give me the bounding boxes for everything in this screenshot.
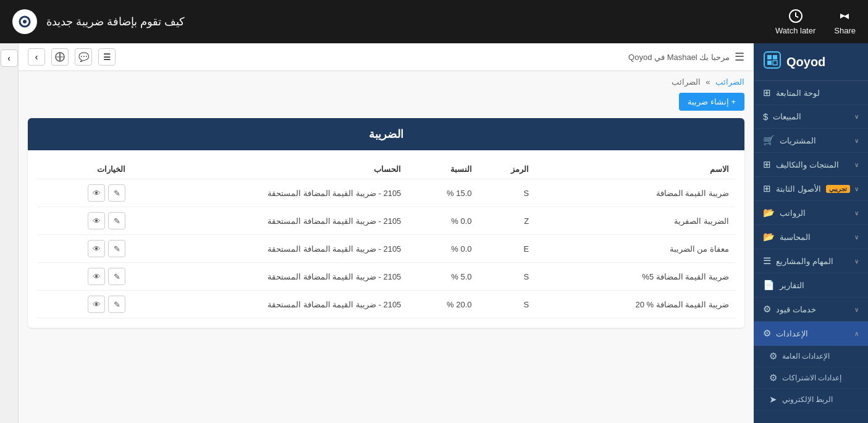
nav-label-payroll: الرواتب xyxy=(780,208,806,218)
cell-rate: 15.0 % xyxy=(407,179,478,207)
sidebar-item-purchases[interactable]: ∨ المشتريات 🛒 xyxy=(754,129,868,153)
breadcrumb-current: الضرائب xyxy=(672,77,701,87)
cell-calculation: 2105 - ضريبة القيمة المضافة المستحقة xyxy=(132,263,407,291)
view-btn-4[interactable]: 👁 xyxy=(88,296,105,313)
tax-table-card: الضريبة الاسم الرمز النسبة الحساب الخيار… xyxy=(28,118,744,328)
watch-later-button[interactable]: Watch later xyxy=(775,9,815,35)
view-btn-0[interactable]: 👁 xyxy=(88,184,105,202)
edit-btn-2[interactable]: ✎ xyxy=(108,240,125,257)
edit-btn-4[interactable]: ✎ xyxy=(108,296,125,313)
view-btn-1[interactable]: 👁 xyxy=(88,212,105,229)
cell-options: ✎ 👁 xyxy=(37,207,132,235)
chat-btn[interactable]: 💬 xyxy=(75,48,92,66)
electronic-link-icon: ➤ xyxy=(769,394,777,405)
svg-rect-6 xyxy=(767,55,772,59)
sidebar-sub-item-electronic-link[interactable]: الربط الإلكتروني ➤ xyxy=(754,389,868,411)
edit-btn-1[interactable]: ✎ xyxy=(108,212,125,229)
breadcrumb-home[interactable]: الضرائب xyxy=(715,77,744,87)
products-icon: ⊞ xyxy=(763,159,771,170)
breadcrumb: الضرائب » الضرائب xyxy=(28,77,744,87)
app-area: ‹ 💬 ☰ ☰ مرحبا بك Mashael في Qoyod xyxy=(19,43,754,423)
chevron-icon: ∨ xyxy=(854,161,859,168)
sidebar-item-fixed-assets[interactable]: ∨ تجريبي الأصول الثابتة ⊞ xyxy=(754,177,868,201)
cell-rate: 5.0 % xyxy=(407,263,478,291)
sidebar-sub-item-general-settings[interactable]: الإعدادات العامة ⚙ xyxy=(754,346,868,367)
hamburger-icon[interactable]: ☰ xyxy=(735,50,744,64)
cell-name: ضريبة القيمة المضافة % 20 xyxy=(535,291,735,318)
projects-icon: ☰ xyxy=(763,255,771,267)
breadcrumb-sep: » xyxy=(706,77,710,87)
chevron-icon: ∨ xyxy=(854,258,859,265)
list-btn[interactable]: ☰ xyxy=(98,48,116,66)
table-title: الضريبة xyxy=(28,118,744,150)
sidebar-item-qoyod-services[interactable]: ∨ خدمات قيود ⚙ xyxy=(754,297,868,322)
col-rate: النسبة xyxy=(407,160,478,179)
sidebar-item-sales[interactable]: ∨ المبيعات $ xyxy=(754,105,868,129)
cell-name: ضريبة القيمة المضافة 5% xyxy=(535,263,735,291)
sidebar-sub-item-subscription-settings[interactable]: إعدادات الاشتراكات ⚙ xyxy=(754,367,868,389)
top-bar-left: كيف تقوم بإضافة ضريبة جديدة xyxy=(12,9,185,34)
table-row: ضريبة القيمة المضافة % 20 S 20.0 % 2105 … xyxy=(37,291,735,318)
edit-btn-0[interactable]: ✎ xyxy=(108,184,125,202)
cell-options: ✎ 👁 xyxy=(37,235,132,263)
nav-label-qoyod-services: خدمات قيود xyxy=(776,305,816,314)
nav-label-products: المنتجات والتكاليف xyxy=(776,160,839,169)
cell-symbol: Z xyxy=(478,207,536,235)
cell-calculation: 2105 - ضريبة القيمة المضافة المستحقة xyxy=(132,235,407,263)
video-title: كيف تقوم بإضافة ضريبة جديدة xyxy=(46,15,185,28)
sidebar-item-projects[interactable]: ∨ المهام والمشاريع ☰ xyxy=(754,249,868,273)
view-btn-3[interactable]: 👁 xyxy=(88,268,105,285)
chevron-icon: ∨ xyxy=(854,137,859,144)
svg-point-2 xyxy=(23,20,27,24)
app-topbar: ‹ 💬 ☰ ☰ مرحبا بك Mashael في Qoyod xyxy=(19,43,754,71)
table-content: الاسم الرمز النسبة الحساب الخيارات ضريبة… xyxy=(28,150,744,328)
chevron-icon: ∨ xyxy=(854,210,859,216)
right-sidebar: Qoyod لوحة المتابعة ⊞ ∨ xyxy=(754,43,868,423)
cell-symbol: S xyxy=(478,179,536,207)
sidebar-item-settings[interactable]: ∧ الإعدادات ⚙ xyxy=(754,322,868,346)
sidebar-item-products[interactable]: ∨ المنتجات والتكاليف ⊞ xyxy=(754,153,868,177)
svg-rect-8 xyxy=(767,61,772,65)
nav-label-dashboard: لوحة المتابعة xyxy=(776,88,820,98)
sidebar-collapse-btn[interactable]: ‹ xyxy=(1,49,18,67)
cell-calculation: 2105 - ضريبة القيمة المضافة المستحقة xyxy=(132,207,407,235)
sub-label-subscription-settings: إعدادات الاشتراكات xyxy=(782,374,841,382)
svg-rect-5 xyxy=(764,52,780,68)
sidebar-item-dashboard[interactable]: لوحة المتابعة ⊞ xyxy=(754,81,868,105)
settings-icon: ⚙ xyxy=(763,328,771,339)
table-row: الضريبة الصفرية Z 0.0 % 2105 - ضريبة الق… xyxy=(37,207,735,235)
sidebar-item-payroll[interactable]: ∨ الرواتب 📂 xyxy=(754,201,868,225)
cell-rate: 0.0 % xyxy=(407,207,478,235)
col-options: الخيارات xyxy=(37,160,132,179)
sidebar-item-accounting[interactable]: ∨ المحاسبة 📂 xyxy=(754,225,868,249)
cell-options: ✎ 👁 xyxy=(37,291,132,318)
chevron-icon: ∨ xyxy=(854,186,859,192)
create-tax-button[interactable]: + إنشاء ضريبة xyxy=(679,93,744,111)
prev-nav-btn[interactable]: ‹ xyxy=(28,48,45,66)
nav-label-settings: الإعدادات xyxy=(776,329,808,338)
top-bar-actions: Watch later Share xyxy=(775,9,856,35)
fixed-assets-icon: ⊞ xyxy=(763,183,771,194)
reports-icon: 📄 xyxy=(763,280,775,291)
view-btn-2[interactable]: 👁 xyxy=(88,240,105,257)
sidebar-item-reports[interactable]: التقارير 📄 xyxy=(754,273,868,297)
app-logo xyxy=(12,9,37,34)
nav-label-reports: التقارير xyxy=(780,281,804,290)
cell-symbol: E xyxy=(478,235,536,263)
app-content: الضرائب » الضرائب + إنشاء ضريبة الضريبة … xyxy=(19,71,754,423)
table-row: معفاة من الضريبة E 0.0 % 2105 - ضريبة ال… xyxy=(37,235,735,263)
qoyod-services-icon: ⚙ xyxy=(763,304,771,315)
cell-symbol: S xyxy=(478,291,536,318)
edit-btn-3[interactable]: ✎ xyxy=(108,268,125,285)
chevron-icon: ∨ xyxy=(854,306,859,313)
video-sidebar: ‹ xyxy=(0,43,19,423)
nav-label-projects: المهام والمشاريع xyxy=(776,257,833,266)
svg-rect-7 xyxy=(773,55,777,59)
accounting-icon: 📂 xyxy=(763,231,775,242)
cell-name: معفاة من الضريبة xyxy=(535,235,735,263)
share-button[interactable]: Share xyxy=(834,9,856,35)
payroll-icon: 📂 xyxy=(763,207,775,218)
lang-btn[interactable] xyxy=(51,48,69,66)
cell-options: ✎ 👁 xyxy=(37,263,132,291)
cell-symbol: S xyxy=(478,263,536,291)
